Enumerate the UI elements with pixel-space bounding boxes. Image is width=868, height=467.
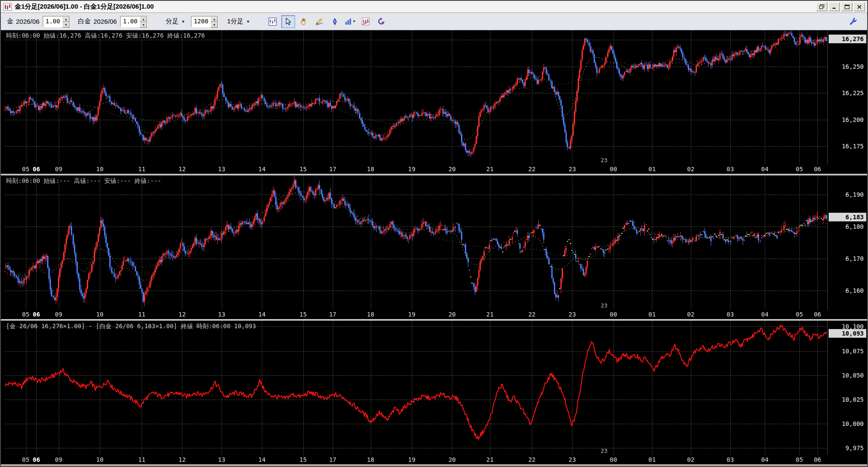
time-axis-label: 04 [761,166,769,173]
time-axis-label: 06 [814,456,821,463]
time-axis-label: 19 [408,456,416,463]
platinum-price-axis: 6,1906,1806,1706,1606,183 [827,176,867,310]
time-axis-label: 18 [367,456,374,463]
time-axis-label: 06 [814,166,821,173]
gold-multiplier-steppers: ▲▼ [62,16,70,27]
spin-down-icon[interactable]: ▼ [140,22,147,28]
settings-wrench-button[interactable] [846,15,860,28]
spin-down-icon[interactable]: ▼ [210,22,218,28]
gold-price-axis: 16,25016,22516,20016,17516,276 [827,30,867,164]
app-icon [3,3,12,11]
pan-hand-icon [300,18,308,26]
gold-chart-canvas[interactable] [4,30,827,164]
draw-pencil-icon [315,18,323,26]
maximize-button[interactable] [841,2,852,11]
window-controls [816,2,865,11]
chevron-down-icon: ▼ [246,19,250,24]
time-axis-label: 11 [138,456,146,463]
app-window: 金1分足[2026/06]1.00 - 白金1分足[2026/06]1.00 金… [0,0,868,467]
refresh-button[interactable]: R [375,15,388,28]
time-axis-label: 00 [610,166,617,173]
time-axis-label: 06 [33,456,40,463]
float-window-button[interactable] [816,2,827,11]
price-axis-label: 10,050 [842,372,864,379]
time-axis-label: 05 [22,166,29,173]
time-axis-label: 13 [218,456,225,463]
time-axis-label: 19 [408,311,416,318]
time-axis-label: 21 [486,311,494,318]
pan-tool-button[interactable] [297,15,311,28]
time-axis-label: 05 [796,456,803,463]
time-axis-label: 20 [448,456,456,463]
gold-chart-panel: 時刻:06:00 始値:16,276 高値:16,276 安値:16,276 終… [1,30,867,176]
time-axis-label: 22 [528,311,536,318]
time-axis-label: 17 [329,456,337,463]
chart-settings-icon [268,17,277,26]
price-axis-label: 9,975 [846,445,864,451]
platinum-multiplier-spinner[interactable]: 1.00 ▲▼ [120,16,147,27]
time-axis-label: 14 [258,166,266,173]
time-axis-label: 09 [55,166,62,173]
compare-chart-icon [362,17,370,26]
time-axis-label: 17 [329,166,337,173]
bar-chart-icon [345,18,352,25]
spin-up-icon[interactable]: ▲ [62,16,70,22]
time-axis-label: 11 [138,166,146,173]
title-bar: 金1分足[2026/06]1.00 - 白金1分足[2026/06]1.00 [1,1,867,13]
time-axis-label: 00 [610,311,617,318]
spin-up-icon[interactable]: ▲ [210,16,218,22]
time-axis-label: 12 [178,166,186,173]
spin-up-icon[interactable]: ▲ [140,16,147,22]
bar-chart-menu-button[interactable]: ▼ [343,15,357,28]
time-axis-label: 03 [727,456,734,463]
window-title: 金1分足[2026/06]1.00 - 白金1分足[2026/06]1.00 [15,3,816,11]
time-axis-label: 15 [299,456,307,463]
settings-wrench-icon [849,17,858,26]
platinum-multiplier-steppers: ▲▼ [140,16,147,27]
pencil-tool-button[interactable] [312,15,326,28]
time-axis-label: 09 [55,311,62,318]
time-axis-label: 06 [33,311,40,318]
platinum-contract-select[interactable]: 2026/06 [93,18,117,25]
price-axis-label: 10,025 [842,396,864,403]
time-axis-label: 06 [814,311,821,318]
time-axis-label: 17 [329,311,337,318]
minimize-button[interactable] [829,2,840,11]
window-bottom-edge [1,464,867,466]
time-axis-label: 20 [448,166,456,173]
minimize-icon [832,5,836,9]
bar-type-dropdown[interactable]: 分足▼ [163,16,188,27]
time-axis-label: 01 [649,166,656,173]
time-axis-label: 12 [178,456,186,463]
time-axis-label: 23 [569,311,576,318]
price-axis-label: 6,190 [846,191,864,198]
time-axis-label: 18 [367,311,374,318]
compare-chart-button[interactable] [359,15,373,28]
spin-down-icon[interactable]: ▼ [62,22,70,28]
bar-period-dropdown[interactable]: 1分足▼ [224,16,252,27]
time-axis-label: 05 [796,311,803,318]
time-axis-label: 00 [610,456,617,463]
chart-settings-button[interactable] [266,15,280,28]
spread-chart-canvas[interactable] [4,321,827,455]
time-axis-label: 15 [299,311,307,318]
price-axis-label: 16,200 [842,116,864,123]
gold-time-axis: 0506091011121314151718192021222300010203… [4,164,827,174]
current-price-box: 10,093 [829,329,866,338]
bar-count-spinner[interactable]: 1200 ▲▼ [191,16,218,27]
select-cursor-icon [284,18,292,26]
platinum-chart-canvas[interactable] [4,176,827,310]
time-axis-label: 22 [528,166,536,173]
select-tool-button[interactable] [281,15,295,28]
close-button[interactable] [854,2,865,11]
time-axis-label: 22 [528,456,536,463]
pen-tool-button[interactable] [328,15,342,28]
platinum-label: 白金 [78,17,91,26]
gold-contract-select[interactable]: 2026/06 [16,18,39,25]
time-axis-label: 05 [22,456,29,463]
time-axis-label: 04 [761,311,769,318]
spread-info-line: [金 26/06 16,276×1.00] - [白金 26/06 6,183×… [6,323,256,330]
time-axis-label: 19 [408,166,416,173]
gold-multiplier-spinner[interactable]: 1.00 ▲▼ [43,16,70,27]
time-axis-label: 01 [649,456,656,463]
